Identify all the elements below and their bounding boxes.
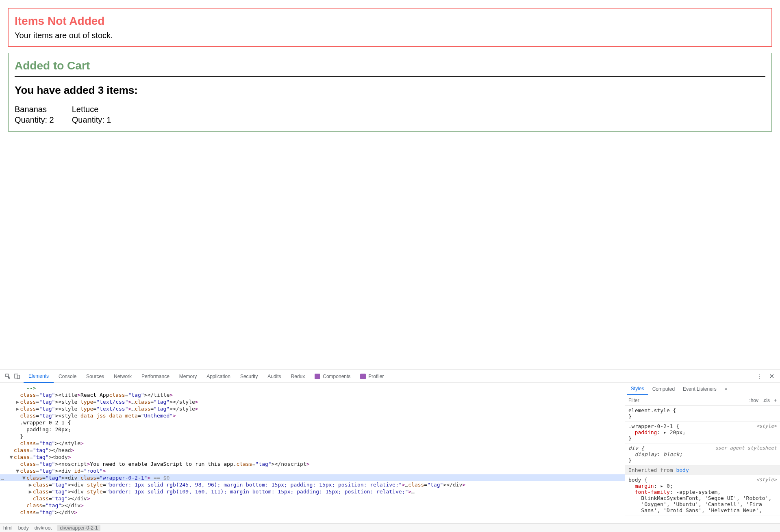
list-item: Lettuce Quantity: 1 — [72, 104, 111, 125]
item-quantity: Quantity: 2 — [15, 115, 54, 125]
list-item: Bananas Quantity: 2 — [15, 104, 54, 125]
success-title: Added to Cart — [15, 59, 765, 72]
alert-success: Added to Cart You have added 3 items: Ba… — [8, 53, 772, 132]
alert-error: Items Not Added Your items are out of st… — [8, 8, 772, 47]
items-row: Bananas Quantity: 2 Lettuce Quantity: 1 — [15, 104, 765, 125]
item-name: Bananas — [15, 104, 54, 115]
item-quantity: Quantity: 1 — [72, 115, 111, 125]
error-title: Items Not Added — [15, 15, 765, 28]
divider — [15, 76, 765, 77]
added-heading: You have added 3 items: — [15, 84, 765, 97]
error-message: Your items are out of stock. — [15, 31, 765, 40]
item-name: Lettuce — [72, 104, 111, 115]
page-wrapper: Items Not Added Your items are out of st… — [0, 0, 780, 146]
